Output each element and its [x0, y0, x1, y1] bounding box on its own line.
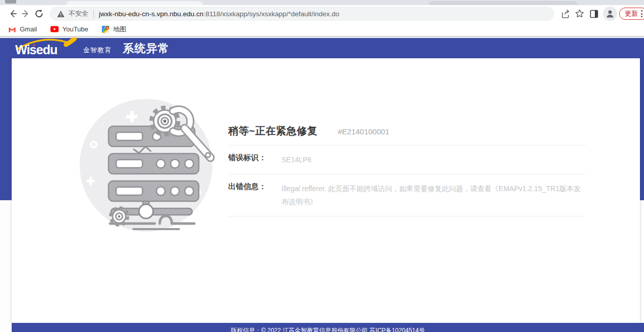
not-secure-warning-icon [57, 10, 65, 18]
gmail-icon [8, 25, 16, 33]
bookmark-star-icon [575, 9, 585, 19]
update-label: 更新 [625, 9, 638, 18]
bookmark-star-button[interactable] [573, 7, 587, 20]
logo-text: Wisedu [15, 44, 72, 56]
browser-toolbar: 不安全 jwxk-nbu-edu-cn-s.vpn.nbu.edu.cn:811… [0, 5, 644, 22]
wisedu-logo: Wisedu [15, 44, 72, 56]
profile-avatar-icon [605, 9, 615, 19]
bookmark-youtube[interactable]: YouTube [50, 25, 88, 33]
logo-i-dot [33, 44, 35, 46]
update-button[interactable]: 更新 [619, 8, 644, 20]
bookmark-label: 地图 [113, 25, 126, 34]
reload-button[interactable] [32, 7, 46, 20]
url-path: :8118/xsxkapp/sys/xsxkapp/*default/index… [203, 10, 339, 18]
site-footer: 版权信息：© 2022 江苏金智教育信息股份有限公司 苏ICP备10204514… [12, 323, 644, 332]
share-button[interactable] [558, 7, 573, 20]
bookmark-maps[interactable]: 地图 [101, 25, 126, 34]
error-title-row: 稍等~正在紧急修复 #E2140100001 [228, 124, 586, 145]
error-card: 稍等~正在紧急修复 #E2140100001 错误标识： SE14LP6 出错信… [12, 58, 640, 323]
tab-strip [0, 0, 644, 5]
copyright-text: 版权信息：© 2022 江苏金智教育信息股份有限公司 苏ICP备10204514… [231, 327, 425, 332]
bookmarks-bar: Gmail YouTube 地图 [0, 22, 644, 37]
site-header: Wisedu 金智教育 系统异常 [0, 38, 644, 58]
forward-icon [21, 9, 31, 19]
security-label: 不安全 [68, 9, 88, 18]
error-field-value: SE14LP6 [281, 153, 311, 166]
youtube-icon [50, 26, 59, 32]
inactive-tab-top[interactable] [428, 1, 578, 5]
bookmark-label: Gmail [20, 25, 37, 33]
main-area: 稍等~正在紧急修复 #E2140100001 错误标识： SE14LP6 出错信… [0, 58, 644, 332]
error-field-label: 错误标识： [228, 153, 281, 163]
error-title: 稍等~正在紧急修复 [228, 124, 317, 138]
logo-subtitle: 金智教育 [83, 46, 112, 55]
page-title: 系统异常 [123, 41, 169, 56]
error-code: #E2140100001 [338, 127, 389, 136]
address-bar[interactable]: 不安全 jwxk-nbu-edu-cn-s.vpn.nbu.edu.cn:811… [50, 7, 554, 21]
url-host: jwxk-nbu-edu-cn-s.vpn.nbu.edu.cn [99, 10, 203, 18]
tab-strip-fragment [5, 0, 16, 4]
bookmark-label: YouTube [62, 25, 88, 33]
back-button[interactable] [6, 7, 19, 20]
forward-button[interactable] [19, 7, 32, 20]
error-field-value: Illegal refferer. 此页面不能跨域访问，如果需要修复此问题，请查… [281, 182, 583, 208]
back-icon [8, 9, 18, 19]
error-panel: 稍等~正在紧急修复 #E2140100001 错误标识： SE14LP6 出错信… [228, 124, 586, 216]
error-field-row: 出错信息： Illegal refferer. 此页面不能跨域访问，如果需要修复… [228, 174, 586, 216]
server-maintenance-illustration [80, 98, 222, 233]
browser-menu-icon[interactable] [641, 10, 642, 17]
url-divider [93, 10, 94, 18]
active-tab-top[interactable] [66, 1, 203, 5]
profile-button[interactable] [603, 7, 617, 21]
error-field-label: 出错信息： [228, 182, 281, 192]
maps-icon [101, 25, 110, 33]
side-panel-icon [589, 9, 599, 19]
error-field-row: 错误标识： SE14LP6 [228, 145, 586, 174]
reload-icon [34, 9, 44, 19]
share-icon [561, 9, 570, 19]
side-panel-button[interactable] [587, 7, 601, 20]
bookmark-gmail[interactable]: Gmail [8, 25, 37, 33]
